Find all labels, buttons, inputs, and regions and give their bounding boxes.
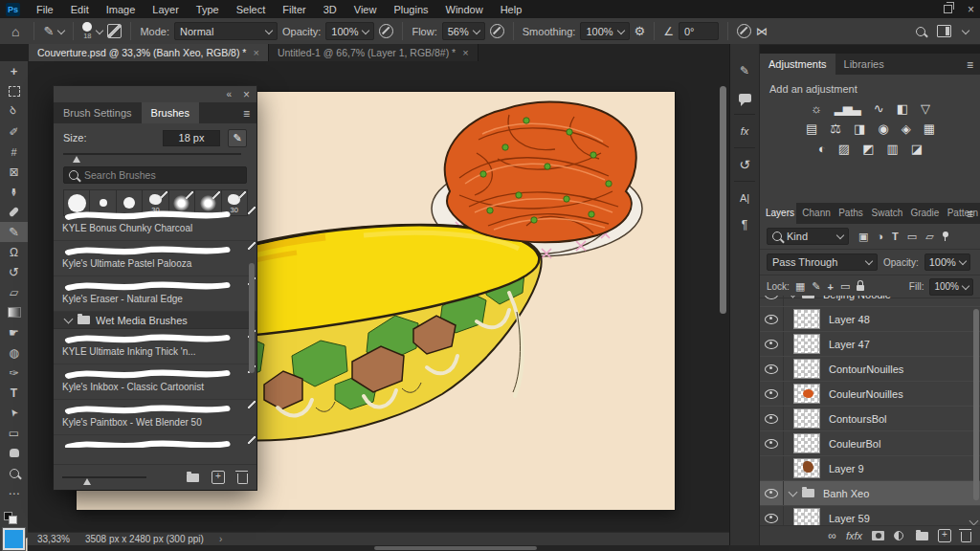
spot-healing-tool[interactable] [0,202,28,222]
panel-tab[interactable]: Layers [760,203,796,224]
layer-thumbnail[interactable] [793,309,820,329]
effects-icon[interactable] [730,118,759,144]
preview-size-slider[interactable] [62,476,146,478]
adjustment-icon[interactable]: ▥ [886,143,897,155]
chevron-down-icon[interactable] [57,26,65,33]
eyedropper-tool[interactable] [0,182,28,202]
adjustment-icon[interactable]: ◐ [818,143,825,155]
menu-item[interactable]: Edit [62,0,98,18]
new-layer-icon[interactable] [938,529,951,542]
chevron-down-icon[interactable] [962,26,969,33]
pressure-opacity-icon[interactable] [379,24,393,38]
menu-item[interactable]: View [345,0,386,18]
close-panel-icon[interactable] [243,89,250,100]
adjustment-icon[interactable]: ◩ [862,143,873,155]
document-tab[interactable]: Couverture.psd @ 33,3% (Banh Xeo, RGB/8)… [29,44,269,61]
restore-window-icon[interactable] [944,5,952,13]
panel-menu-icon[interactable] [243,107,250,121]
gradient-tool[interactable] [0,302,28,322]
shape-tool[interactable] [0,423,28,443]
panel-tab[interactable]: Swatch [866,203,905,224]
layer-visibility-toggle[interactable] [760,357,784,381]
frame-tool[interactable] [0,162,28,182]
layer-row[interactable]: CouleurBol [760,431,980,456]
search-brushes-box[interactable] [63,166,247,184]
menu-item[interactable]: Filter [274,0,314,18]
chevron-down-icon[interactable] [96,26,103,33]
new-adjustment-icon[interactable] [894,531,903,540]
lasso-tool[interactable] [0,101,28,121]
layer-thumbnail[interactable] [793,508,820,526]
group-expand-chevron[interactable] [789,488,798,497]
layer-name[interactable]: ContourNouilles [829,364,903,375]
canvas-vertical-scrollbar[interactable] [720,86,726,314]
flow-dropdown[interactable]: 56% [442,22,485,40]
layer-row[interactable]: Banh Xeo [760,481,980,506]
link-layers-icon[interactable] [828,529,836,542]
panel-tab[interactable]: Brush Settings [54,102,142,123]
delete-brush-icon[interactable] [237,474,248,484]
object-selection-tool[interactable] [0,121,28,142]
collapse-panel-icon[interactable] [226,89,232,99]
panel-tab[interactable]: Gradie [904,203,941,224]
close-window-icon[interactable] [968,4,974,15]
menu-item[interactable]: 3D [315,0,345,18]
layer-name[interactable]: ContoursBol [829,413,887,425]
panel-tab[interactable]: Paths [833,203,865,224]
menu-item[interactable]: Help [492,0,531,18]
layer-thumbnail[interactable] [793,359,820,379]
lock-artboard-icon[interactable]: ▭ [840,280,850,293]
path-selection-tool[interactable] [0,403,28,423]
new-group-icon[interactable] [187,474,199,482]
canvas-horizontal-scroll-track[interactable] [28,545,729,551]
gear-icon[interactable]: ⚙ [635,24,646,38]
layer-thumbnail[interactable] [793,458,820,478]
layer-visibility-toggle[interactable] [760,431,784,455]
zoom-tool[interactable] [0,463,28,483]
group-expand-chevron[interactable] [64,315,74,324]
new-group-icon[interactable] [916,532,928,540]
brush-item[interactable]: KYLE Ultimate Inking Thick 'n... [54,329,256,364]
move-tool[interactable] [0,61,28,81]
eraser-tool[interactable] [0,282,28,302]
paragraph-icon[interactable] [730,211,759,238]
adjustment-icon[interactable]: ⚖ [830,122,840,135]
pen-tool[interactable] [0,363,28,383]
layer-thumbnail[interactable] [793,433,820,453]
layer-name[interactable]: Layer 9 [829,463,864,474]
pressure-size-icon[interactable] [737,24,751,38]
layer-visibility-toggle[interactable] [760,456,784,480]
layer-row[interactable]: Layer 59 [760,506,980,526]
adjustment-icon[interactable]: ◧ [897,102,907,115]
lock-pixels-icon[interactable]: ✎ [812,280,820,293]
layer-thumbnail[interactable] [793,384,820,404]
adjustment-icon[interactable]: ☼ [811,102,821,115]
layer-row[interactable]: CouleurNouilles [760,382,980,407]
layer-visibility-toggle[interactable] [760,506,784,526]
search-brushes-input[interactable] [84,169,241,181]
layer-visibility-toggle[interactable] [760,332,784,356]
layer-thumbnail[interactable] [793,408,820,429]
layer-name[interactable]: Layer 59 [829,513,870,524]
close-tab-icon[interactable] [253,47,258,58]
layer-row[interactable]: Layer 47 [760,332,980,357]
brush-preview-icon[interactable]: 18 [82,22,92,40]
layer-row[interactable]: ContoursBol [760,407,980,431]
crop-tool[interactable] [0,142,28,162]
adjustment-icon[interactable]: ◈ [902,122,910,135]
default-colors-icon[interactable] [4,512,23,523]
adjustment-icon[interactable]: ◪ [911,143,922,155]
blend-mode-dropdown[interactable]: Pass Through [767,253,878,271]
group-expand-chevron[interactable] [789,296,798,298]
lock-all-icon[interactable] [857,285,864,291]
layer-row[interactable]: ContourNouilles [760,357,980,382]
status-chevron-icon[interactable]: › [219,534,222,544]
toggle-brush-settings-icon[interactable] [107,24,122,38]
adjustment-icon[interactable]: ◨ [854,122,864,135]
layer-name[interactable]: Layer 47 [829,339,870,350]
smoothing-dropdown[interactable]: 100% [580,22,629,40]
panel-tab[interactable]: Libraries [835,54,893,75]
lock-position-icon[interactable]: + [828,281,834,293]
panel-menu-icon[interactable] [967,58,973,72]
home-icon[interactable]: ⌂ [6,24,25,39]
